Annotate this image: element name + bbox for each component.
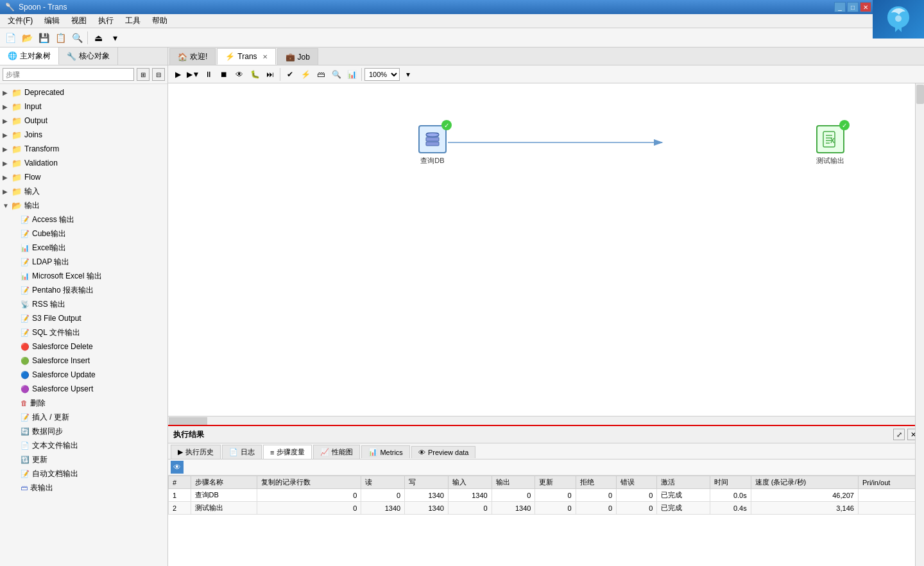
update-icon: 🔃: [21, 456, 30, 464]
tree-child-textfile[interactable]: 📄 文本文件输出: [18, 438, 167, 452]
search-input[interactable]: [3, 68, 134, 81]
tree-child-delete[interactable]: 🗑 删除: [18, 396, 167, 410]
tab-welcome[interactable]: 🏠 欢迎!: [169, 48, 216, 65]
tab-core-objects[interactable]: 🔧 核心对象: [59, 47, 118, 65]
tree-child-excel[interactable]: 📊 Excel输出: [18, 241, 167, 255]
maximize-button[interactable]: □: [847, 2, 859, 12]
tree-item-shuru[interactable]: ▶ 📁 输入: [0, 184, 167, 198]
node-test-output[interactable]: X ✓ 测试输出: [816, 125, 844, 166]
excel-file-icon: X: [821, 130, 839, 148]
open-button[interactable]: 📂: [19, 30, 35, 46]
tree-item-transform[interactable]: ▶ 📁 Transform: [0, 142, 167, 156]
show-results-button[interactable]: 📊: [345, 67, 359, 81]
tree-item-shuchu[interactable]: ▼ 📂 输出: [0, 198, 167, 212]
save-as-button[interactable]: 📋: [53, 30, 68, 46]
results-tab-perf-chart[interactable]: 📈 性能图: [313, 445, 360, 459]
results-tab-preview[interactable]: 👁 Preview data: [411, 446, 476, 458]
menu-help[interactable]: 帮助: [147, 14, 173, 28]
impact-button[interactable]: ⚡: [298, 67, 312, 81]
tree-child-access[interactable]: 📝 Access 输出: [18, 212, 167, 227]
cube-icon: 📝: [21, 230, 30, 238]
tree-child-rss[interactable]: 📡 RSS 输出: [18, 297, 167, 311]
trans-tab-close[interactable]: ✕: [262, 53, 268, 60]
job-tab-icon: 💼: [286, 53, 295, 62]
tree-item-output[interactable]: ▶ 📁 Output: [0, 114, 167, 128]
stop-button[interactable]: ⏹: [217, 67, 231, 81]
tab-main-objects[interactable]: 🌐 主对象树: [0, 47, 59, 65]
results-tab-log[interactable]: 📄 日志: [222, 445, 262, 459]
search-expand-btn[interactable]: ⊟: [152, 68, 165, 81]
new-button[interactable]: 📄: [3, 30, 18, 46]
explore-button[interactable]: 🔍: [69, 30, 85, 46]
node-test-output-icon-wrap: X ✓: [816, 125, 844, 153]
textfile-label: 文本文件输出: [32, 440, 78, 451]
node-query-db[interactable]: ✓ 查询DB: [418, 125, 447, 166]
tree-item-joins[interactable]: ▶ 📁 Joins: [0, 128, 167, 142]
tree-child-sf-update[interactable]: 🔵 Salesforce Update: [18, 368, 167, 382]
results-tab-step-metrics[interactable]: ≡ 步骤度量: [263, 445, 312, 459]
check-button[interactable]: ✔: [283, 67, 297, 81]
results-expand-btn[interactable]: ⤢: [893, 429, 905, 440]
tree-child-insert-update[interactable]: 📝 插入 / 更新: [18, 410, 167, 424]
run-options-button[interactable]: ▶▼: [186, 67, 200, 81]
canvas-vscrollbar[interactable]: [915, 83, 924, 566]
pause-button[interactable]: ⏸: [201, 67, 216, 81]
layers-dropdown[interactable]: ▾: [107, 30, 123, 46]
autodoc-label: 自动文档输出: [32, 468, 78, 479]
tree-folder-transform: 📁: [12, 144, 22, 154]
layers-button[interactable]: ⏏: [90, 30, 106, 46]
tree-child-cube[interactable]: 📝 Cube输出: [18, 227, 167, 241]
tab-trans[interactable]: ⚡ Trans ✕: [217, 48, 275, 65]
tree-child-sql[interactable]: 📝 SQL 文件输出: [18, 325, 167, 339]
tree-child-sf-upsert[interactable]: 🟣 Salesforce Upsert: [18, 382, 167, 396]
menu-edit[interactable]: 编辑: [39, 14, 65, 28]
tree-item-deprecated[interactable]: ▶ 📁 Deprecated: [0, 85, 167, 99]
tree-child-ldap[interactable]: 📝 LDAP 输出: [18, 255, 167, 269]
tree-child-pentaho[interactable]: 📝 Pentaho 报表输出: [18, 283, 167, 297]
menu-run[interactable]: 执行: [93, 14, 119, 28]
zoom-select[interactable]: 100% 50% 75% 125% 150% 200%: [364, 68, 400, 81]
menu-file[interactable]: 文件(F): [3, 14, 38, 28]
tree-child-datasync[interactable]: 🔄 数据同步: [18, 424, 167, 438]
tree-folder-shuchu: 📂: [12, 201, 22, 210]
pentaho-logo: [882, 3, 914, 35]
canvas-sep-2: [361, 68, 362, 81]
tree-item-validation[interactable]: ▶ 📁 Validation: [0, 156, 167, 170]
minimize-button[interactable]: _: [834, 2, 846, 12]
col-read: 读: [361, 476, 405, 489]
canvas-hscrollbar[interactable]: [168, 416, 915, 425]
results-tab-metrics[interactable]: 📊 Metrics: [361, 445, 409, 458]
save-button[interactable]: 💾: [36, 30, 51, 46]
tree-child-table-output[interactable]: 🗃 表输出: [18, 481, 167, 495]
menu-tools[interactable]: 工具: [120, 14, 146, 28]
svg-point-5: [426, 133, 439, 137]
results-tab-exec-history[interactable]: ▶ 执行历史: [171, 445, 221, 459]
canvas-area[interactable]: ✓ 查询DB X: [168, 83, 924, 425]
results-eye-btn[interactable]: 👁: [171, 461, 184, 474]
menu-view[interactable]: 视图: [66, 14, 92, 28]
step-button[interactable]: ⏭: [263, 67, 277, 81]
preview-button[interactable]: 👁: [232, 67, 246, 81]
tree-child-autodoc[interactable]: 📝 自动文档输出: [18, 467, 167, 481]
search-bar: ⊞ ⊟: [0, 65, 167, 84]
tree-child-sf-delete[interactable]: 🔴 Salesforce Delete: [18, 339, 167, 354]
zoom-dropdown-btn[interactable]: ▾: [401, 67, 415, 81]
search-collapse-btn[interactable]: ⊞: [137, 68, 150, 81]
tab-job[interactable]: 💼 Job: [277, 48, 318, 65]
canvas-toolbar: ▶ ▶▼ ⏸ ⏹ 👁 🐛 ⏭ ✔ ⚡ 🗃 🔍 📊 100% 50% 75% 12…: [168, 65, 924, 83]
tree-child-s3[interactable]: 📝 S3 File Output: [18, 311, 167, 325]
tree-arrow-transform: ▶: [3, 146, 12, 153]
tree-item-input[interactable]: ▶ 📁 Input: [0, 99, 167, 114]
debug-button[interactable]: 🐛: [248, 67, 262, 81]
tree-child-sf-insert[interactable]: 🟢 Salesforce Insert: [18, 354, 167, 368]
tree-item-flow[interactable]: ▶ 📁 Flow: [0, 170, 167, 184]
run-button[interactable]: ▶: [171, 67, 185, 81]
rss-label: RSS 输出: [32, 299, 65, 310]
menu-bar: 文件(F) 编辑 视图 执行 工具 帮助: [0, 14, 924, 28]
explore-db-button[interactable]: 🔍: [329, 67, 343, 81]
tree-child-update[interactable]: 🔃 更新: [18, 452, 167, 467]
close-button[interactable]: ✕: [860, 2, 871, 12]
welcome-tab-icon: 🏠: [178, 53, 187, 62]
sql-button[interactable]: 🗃: [314, 67, 328, 81]
tree-child-msexcel[interactable]: 📊 Microsoft Excel 输出: [18, 269, 167, 283]
